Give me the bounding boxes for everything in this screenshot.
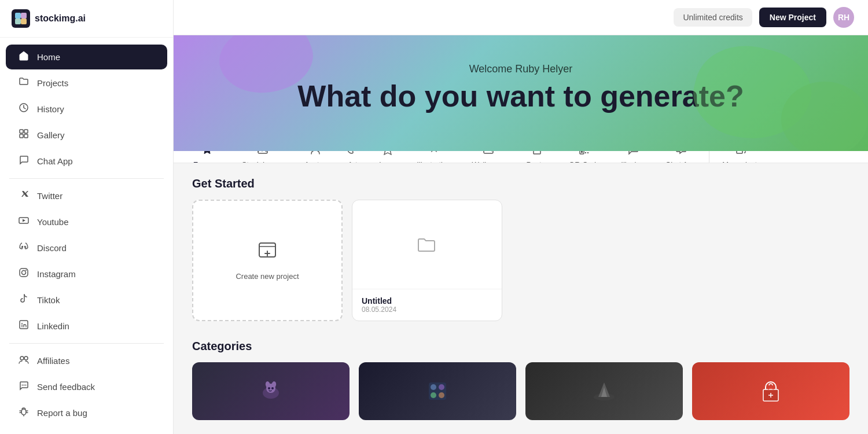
discord-icon	[17, 241, 30, 255]
create-project-label: Create new project	[236, 272, 299, 281]
tab-icon-for-you	[201, 151, 213, 158]
category-card-3[interactable]	[525, 362, 683, 420]
tab-icon-wallpaper	[483, 151, 494, 158]
tiktok-icon	[17, 293, 30, 307]
tab-icon-art	[347, 151, 358, 158]
svg-rect-8	[24, 134, 28, 138]
youtube-icon	[17, 215, 30, 229]
home-icon	[17, 50, 30, 64]
svg-point-18	[24, 356, 28, 360]
category-image-4	[692, 362, 849, 420]
avatar[interactable]: RH	[833, 7, 854, 28]
categories-title: Categories	[192, 340, 849, 353]
tab-icon-stock-image	[257, 151, 269, 158]
chat-icon	[17, 155, 30, 168]
tab-qr-code[interactable]: QR Code	[558, 151, 610, 163]
logo-text: stockimg.ai	[35, 13, 86, 24]
bug-icon	[17, 406, 30, 420]
sidebar-item-label-discord: Discord	[37, 243, 67, 253]
sidebar-item-affiliates[interactable]: Affiliates	[6, 348, 167, 373]
sidebar-item-label-home: Home	[37, 52, 60, 62]
sidebar-item-label-chat: Chat App	[37, 156, 73, 166]
sidebar-item-report-bug[interactable]: Report a bug	[6, 400, 167, 425]
tab-stock-image[interactable]: Stock Image	[231, 151, 294, 163]
project-folder-area	[352, 200, 502, 289]
svg-rect-6	[24, 130, 28, 133]
categories-grid	[192, 362, 849, 420]
project-date: 08.05.2024	[362, 306, 492, 314]
tab-for-you[interactable]: For you	[183, 151, 231, 163]
tab-icon-chat-app	[675, 151, 687, 158]
sidebar-item-linkedin[interactable]: Linkedin	[6, 314, 167, 339]
sidebar-item-chat-app[interactable]: Chat App	[6, 149, 167, 174]
sidebar-item-instagram[interactable]: Instagram	[6, 262, 167, 286]
svg-point-14	[25, 270, 27, 271]
get-started-title: Get Started	[192, 177, 849, 190]
sidebar-main-nav: Home Projects History Gallery Chat App	[0, 38, 173, 434]
tab-art[interactable]: Art	[336, 151, 369, 163]
main-content: Unlimited credits New Project RH Welcome…	[174, 0, 868, 434]
sidebar-item-label-youtube: Youtube	[37, 217, 69, 227]
tab-illustration[interactable]: Illustration	[406, 151, 461, 163]
tab-illusion[interactable]: Illusion	[610, 151, 654, 163]
svg-point-22	[21, 409, 26, 415]
svg-point-21	[25, 385, 27, 386]
tabs-bar: For you Stock Image Avatar Art Logo	[174, 151, 868, 163]
unlimited-credits-badge: Unlimited credits	[674, 8, 752, 27]
sidebar-item-send-feedback[interactable]: Send feedback	[6, 374, 167, 399]
category-card-4[interactable]	[692, 362, 849, 420]
tab-wallpaper[interactable]: Wallpaper	[461, 151, 516, 163]
svg-point-53	[431, 392, 436, 398]
tab-logo[interactable]: Logo	[369, 151, 406, 163]
svg-rect-7	[20, 134, 23, 138]
svg-point-10	[22, 246, 23, 247]
sidebar-item-label-bug: Report a bug	[37, 408, 87, 418]
tab-poster[interactable]: Poster	[516, 151, 559, 163]
sidebar-item-label-tiktok: Tiktok	[37, 295, 60, 305]
gallery-icon	[17, 128, 30, 142]
project-info: Untitled 08.05.2024	[352, 289, 502, 321]
svg-point-19	[22, 385, 23, 386]
sidebar-item-label-feedback: Send feedback	[37, 382, 95, 392]
svg-rect-1	[21, 13, 27, 19]
tab-my-projects[interactable]: My projects	[712, 151, 771, 163]
project-name: Untitled	[362, 296, 492, 306]
create-new-project-card[interactable]: Create new project	[192, 200, 343, 321]
sidebar-item-gallery[interactable]: Gallery	[6, 123, 167, 148]
tab-icon-my-projects	[735, 151, 747, 158]
sidebar-item-home[interactable]: Home	[6, 45, 167, 69]
svg-point-13	[22, 271, 26, 275]
svg-rect-0	[15, 13, 21, 19]
category-card-1[interactable]	[192, 362, 350, 420]
sidebar-item-label-projects: Projects	[37, 78, 68, 88]
new-project-button[interactable]: New Project	[759, 8, 826, 27]
svg-point-49	[271, 387, 274, 389]
svg-rect-37	[581, 151, 583, 153]
sidebar-item-history[interactable]: History	[6, 97, 167, 122]
tab-icon-logo	[382, 151, 393, 158]
category-image-3	[525, 362, 683, 420]
sidebar-item-label-gallery: Gallery	[37, 130, 65, 140]
tab-icon-illusion	[627, 151, 639, 158]
svg-rect-41	[587, 152, 589, 153]
tab-divider	[709, 151, 709, 163]
tab-icon-qr-code	[579, 151, 590, 158]
logo-icon	[12, 9, 30, 28]
category-card-2[interactable]	[359, 362, 516, 420]
sidebar-item-twitter[interactable]: Twitter	[6, 183, 167, 208]
tab-avatar[interactable]: Avatar	[294, 151, 336, 163]
svg-point-54	[439, 392, 444, 398]
svg-point-48	[268, 387, 270, 389]
svg-rect-5	[20, 130, 23, 133]
tab-chat-app[interactable]: Chat App	[655, 151, 707, 163]
sidebar-item-youtube[interactable]: Youtube	[6, 209, 167, 234]
category-image-1	[192, 362, 350, 420]
existing-project-card[interactable]: Untitled 08.05.2024	[352, 200, 502, 321]
topbar: Unlimited credits New Project RH	[174, 0, 868, 35]
sidebar-item-tiktok[interactable]: Tiktok	[6, 288, 167, 312]
sidebar-logo[interactable]: stockimg.ai	[0, 0, 173, 38]
sidebar-divider-1	[9, 178, 164, 179]
sidebar-item-discord[interactable]: Discord	[6, 236, 167, 260]
sidebar-item-projects[interactable]: Projects	[6, 71, 167, 95]
affiliates-icon	[17, 354, 30, 367]
